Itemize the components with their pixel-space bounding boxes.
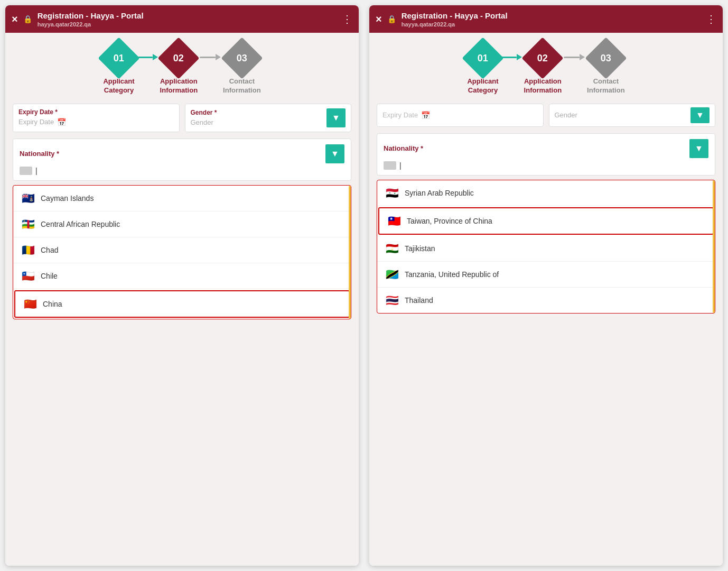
country-chile: Chile [41,272,58,280]
flag-chad: 🇹🇩 [21,244,35,256]
expiry-placeholder-left: Expiry Date 📅 [18,118,174,126]
expiry-gender-row-left: Expiry Date * Expiry Date 📅 Gender * Gen… [13,104,351,132]
dropdown-item-car[interactable]: 🇨🇫 Central African Republic [13,211,351,237]
dropdown-item-china[interactable]: 🇨🇳 China [14,290,350,318]
menu-button-right[interactable]: ⋮ [706,13,716,25]
gender-label-right: Gender [555,111,577,119]
browser-bar-right: × 🔒 Registration - Hayya - Portal hayya.… [369,5,723,33]
flag-china: 🇨🇳 [23,298,38,310]
step-1-diamond-right: 01 [462,37,503,79]
scroll-bar-right [713,180,715,313]
nationality-label-left: Nationality * [20,150,59,158]
step-2-right: 02 ApplicationInformation [524,43,562,95]
page-content-right: 01 ApplicantCategory 02 ApplicationInfor… [369,33,723,566]
calendar-icon-left: 📅 [57,118,66,126]
flag-placeholder-left [20,167,32,175]
dropdown-item-thailand[interactable]: 🇹🇭 Thailand [377,288,715,313]
step-2-label-right: ApplicationInformation [524,77,562,95]
nationality-dropdown-list-right: 🇸🇾 Syrian Arab Republic 🇹🇼 Taiwan, Provi… [377,180,715,314]
country-thailand: Thailand [405,296,433,305]
expiry-date-field-left[interactable]: Expiry Date * Expiry Date 📅 [13,104,180,132]
step-1-number-right: 01 [478,53,488,64]
country-cayman: Cayman Islands [41,194,94,202]
nationality-input-right: | [384,161,708,170]
close-button-right[interactable]: × [376,13,382,25]
flag-chile: 🇨🇱 [21,270,35,282]
dropdown-item-chad[interactable]: 🇹🇩 Chad [13,237,351,263]
text-cursor-left: | [35,167,38,175]
form-area-right: Expiry Date 📅 Gender ▼ Nationality * ▼ | [369,104,723,566]
step-2-diamond-left: 02 [158,37,200,79]
expiry-gender-row-right: Expiry Date 📅 Gender ▼ [377,104,715,127]
dropdown-item-tanzania[interactable]: 🇹🇿 Tanzania, United Republic of [377,262,715,288]
dropdown-item-tajikistan[interactable]: 🇹🇯 Tajikistan [377,236,715,262]
flag-taiwan: 🇹🇼 [387,215,402,227]
gender-field-left[interactable]: Gender * Gender ▼ [185,104,352,132]
nationality-dropdown-btn-right[interactable]: ▼ [689,139,708,158]
step-3-diamond-left: 03 [221,37,263,79]
expiry-placeholder-right: Expiry Date [382,111,418,119]
country-chad: Chad [41,246,58,254]
lock-icon-right: 🔒 [387,15,396,23]
nationality-box-left: Nationality * ▼ | [13,139,351,181]
step-3-number-left: 03 [237,53,247,64]
gender-dropdown-btn-left[interactable]: ▼ [326,108,346,127]
expiry-date-field-right[interactable]: Expiry Date 📅 [377,104,544,127]
left-panel: × 🔒 Registration - Hayya - Portal hayya.… [5,5,359,566]
step-1-right: 01 ApplicantCategory [467,43,498,95]
scroll-bar-left [349,186,351,319]
right-panel: × 🔒 Registration - Hayya - Portal hayya.… [369,5,723,566]
gender-label-left: Gender * [191,109,217,116]
step-1-diamond-left: 01 [98,37,139,79]
step-3-right: 03 ContactInformation [587,43,625,95]
country-tajikistan: Tajikistan [405,244,435,253]
country-tanzania: Tanzania, United Republic of [405,270,499,279]
menu-button-left[interactable]: ⋮ [342,13,352,25]
text-cursor-right: | [399,161,402,170]
stepper-left: 01 ApplicantCategory 02 ApplicationInfor… [5,33,359,104]
nationality-header-right: Nationality * ▼ [384,139,708,158]
connector-2-left [198,54,223,60]
step-3-number-right: 03 [601,53,611,64]
step-2-label-left: ApplicationInformation [160,77,198,95]
step-3-diamond-right: 03 [585,37,627,79]
dropdown-item-chile[interactable]: 🇨🇱 Chile [13,263,351,289]
flag-tanzania: 🇹🇿 [385,268,399,281]
connector-2-right [562,54,587,60]
page-content-left: 01 ApplicantCategory 02 ApplicationInfor… [5,33,359,566]
flag-cayman: 🇰🇾 [21,192,35,205]
step-1-left: 01 ApplicantCategory [103,43,134,95]
flag-thailand: 🇹🇭 [385,294,399,307]
step-2-number-left: 02 [173,53,184,64]
step-3-left: 03 ContactInformation [223,43,261,95]
flag-car: 🇨🇫 [21,218,35,231]
dropdown-item-syria[interactable]: 🇸🇾 Syrian Arab Republic [377,180,715,206]
flag-tajikistan: 🇹🇯 [385,242,399,255]
flag-syria: 🇸🇾 [385,187,399,199]
browser-bar-left: × 🔒 Registration - Hayya - Portal hayya.… [5,5,359,33]
nationality-label-right: Nationality * [384,144,423,152]
country-car: Central African Republic [41,220,120,228]
nationality-input-left: | [20,167,344,175]
step-1-number-left: 01 [114,53,124,64]
nationality-dropdown-btn-left[interactable]: ▼ [325,144,344,163]
gender-placeholder-left: Gender [191,118,217,126]
country-china: China [43,300,62,308]
dropdown-item-cayman[interactable]: 🇰🇾 Cayman Islands [13,186,351,211]
stepper-right: 01 ApplicantCategory 02 ApplicationInfor… [369,33,723,104]
step-3-label-right: ContactInformation [587,77,625,95]
close-button-left[interactable]: × [12,13,18,25]
step-2-diamond-right: 02 [522,37,564,79]
browser-title-left: Registration - Hayya - Portal hayya.qata… [38,11,337,27]
country-syria: Syrian Arab Republic [405,189,474,197]
gender-dropdown-btn-right[interactable]: ▼ [690,107,710,123]
step-2-number-right: 02 [537,53,548,64]
dropdown-item-taiwan[interactable]: 🇹🇼 Taiwan, Province of China [378,207,714,235]
gender-field-right[interactable]: Gender ▼ [549,104,716,127]
step-1-label-right: ApplicantCategory [467,77,498,95]
nationality-header-left: Nationality * ▼ [20,144,344,163]
country-taiwan: Taiwan, Province of China [407,217,492,225]
step-2-left: 02 ApplicationInformation [160,43,198,95]
calendar-icon-right: 📅 [421,111,430,119]
form-area-left: Expiry Date * Expiry Date 📅 Gender * Gen… [5,104,359,566]
